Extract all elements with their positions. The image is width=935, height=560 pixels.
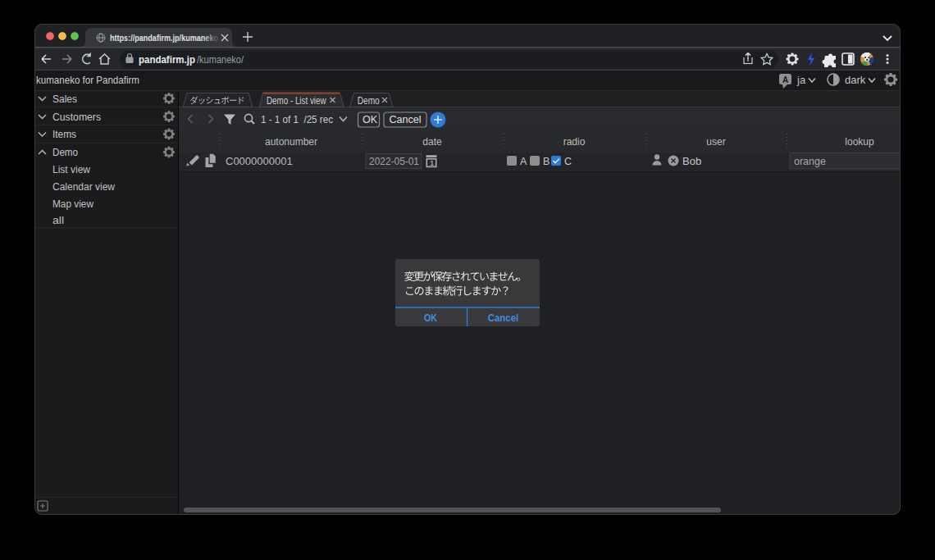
svg-text:C: C bbox=[564, 156, 572, 167]
svg-text:Customers: Customers bbox=[52, 112, 101, 123]
svg-text:date: date bbox=[422, 136, 442, 148]
svg-text:Items: Items bbox=[52, 129, 76, 140]
svg-text:lookup: lookup bbox=[845, 136, 874, 148]
svg-text:Calendar view: Calendar view bbox=[52, 181, 116, 193]
svg-text:radio: radio bbox=[563, 136, 586, 148]
svg-text:orange: orange bbox=[794, 156, 826, 167]
svg-text:1 - 1 of 1 /25 rec: 1 - 1 of 1 /25 rec bbox=[261, 113, 333, 125]
svg-text:C0000000001: C0000000001 bbox=[226, 155, 293, 167]
svg-text:autonumber: autonumber bbox=[265, 136, 317, 148]
svg-text:kumaneko for Pandafirm: kumaneko for Pandafirm bbox=[36, 74, 139, 86]
svg-text:Sales: Sales bbox=[52, 93, 77, 105]
svg-text:Demo - List view: Demo - List view bbox=[267, 95, 326, 107]
svg-text:https://pandafirm.jp/kumaneko: https://pandafirm.jp/kumaneko bbox=[110, 33, 218, 43]
svg-text:B: B bbox=[543, 156, 550, 167]
svg-text:Demo: Demo bbox=[52, 147, 78, 158]
svg-text:1: 1 bbox=[430, 159, 434, 167]
svg-text:user: user bbox=[706, 136, 725, 148]
svg-text:all: all bbox=[52, 215, 64, 226]
svg-text:Cancel: Cancel bbox=[488, 312, 519, 324]
svg-text:dark: dark bbox=[845, 74, 866, 86]
svg-text:Cancel: Cancel bbox=[390, 114, 422, 125]
svg-text:OK: OK bbox=[363, 114, 378, 125]
svg-text:OK: OK bbox=[424, 312, 437, 324]
svg-text:2022-05-01: 2022-05-01 bbox=[369, 155, 419, 167]
svg-text:List view: List view bbox=[52, 164, 91, 175]
svg-text:A: A bbox=[520, 156, 527, 167]
svg-text:A: A bbox=[782, 75, 788, 84]
svg-text:ja: ja bbox=[796, 74, 806, 86]
svg-text:Bob: Bob bbox=[682, 155, 701, 167]
svg-text:Demo: Demo bbox=[358, 95, 380, 107]
svg-text:Map view: Map view bbox=[52, 198, 94, 210]
svg-text:/kumaneko/: /kumaneko/ bbox=[197, 54, 244, 66]
svg-text:pandafirm.jp: pandafirm.jp bbox=[139, 54, 195, 66]
